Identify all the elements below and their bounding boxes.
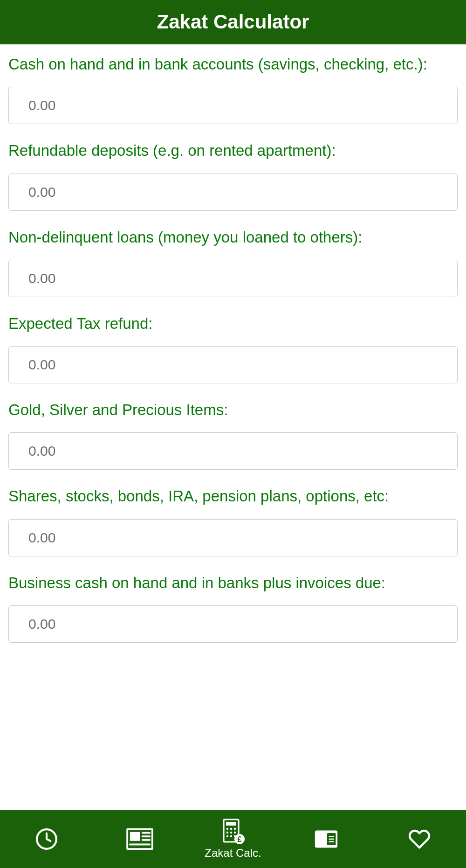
svg-point-15 (226, 835, 228, 837)
clock-icon (35, 827, 58, 851)
nav-item-book[interactable] (280, 810, 373, 868)
field-refundable-deposits: Refundable deposits (e.g. on rented apar… (8, 141, 458, 210)
svg-point-13 (230, 832, 232, 833)
label-cash: Cash on hand and in bank accounts (savin… (8, 55, 458, 74)
svg-rect-2 (130, 832, 140, 841)
bottom-nav: £ Zakat Calc. (0, 810, 466, 868)
label-refundable-deposits: Refundable deposits (e.g. on rented apar… (8, 141, 458, 160)
svg-point-12 (226, 832, 228, 833)
input-refundable-deposits[interactable] (8, 174, 458, 211)
label-tax-refund: Expected Tax refund: (8, 314, 458, 333)
label-gold-silver: Gold, Silver and Precious Items: (8, 400, 458, 419)
form-content: Cash on hand and in bank accounts (savin… (0, 45, 466, 643)
nav-item-news[interactable] (93, 810, 186, 868)
calculator-icon: £ (220, 819, 246, 845)
input-shares[interactable] (8, 519, 458, 556)
label-loans: Non-delinquent loans (money you loaned t… (8, 228, 458, 247)
field-gold-silver: Gold, Silver and Precious Items: (8, 400, 458, 470)
app-header: Zakat Calculator (0, 0, 466, 45)
nav-item-clock[interactable] (0, 810, 93, 868)
svg-point-14 (234, 832, 236, 833)
field-business-cash: Business cash on hand and in banks plus … (8, 573, 458, 643)
svg-point-16 (230, 835, 232, 837)
svg-point-11 (234, 828, 236, 830)
svg-text:£: £ (238, 835, 242, 843)
label-business-cash: Business cash on hand and in banks plus … (8, 573, 458, 592)
book-icon (314, 829, 338, 849)
page-title: Zakat Calculator (157, 11, 309, 33)
input-tax-refund[interactable] (8, 346, 458, 383)
heart-icon (407, 828, 432, 850)
news-icon (126, 828, 153, 850)
svg-point-9 (226, 828, 228, 830)
nav-item-heart[interactable] (373, 810, 466, 868)
label-shares: Shares, stocks, bonds, IRA, pension plan… (8, 486, 458, 506)
input-loans[interactable] (8, 260, 458, 297)
input-gold-silver[interactable] (8, 432, 458, 470)
field-loans: Non-delinquent loans (money you loaned t… (8, 228, 458, 297)
input-business-cash[interactable] (8, 605, 458, 643)
field-tax-refund: Expected Tax refund: (8, 314, 458, 383)
nav-item-zakat-calc[interactable]: £ Zakat Calc. (186, 810, 280, 868)
field-shares: Shares, stocks, bonds, IRA, pension plan… (8, 486, 458, 556)
input-cash[interactable] (8, 87, 458, 124)
nav-label-zakat-calc: Zakat Calc. (205, 847, 261, 860)
svg-point-10 (230, 828, 232, 830)
field-cash: Cash on hand and in bank accounts (savin… (8, 55, 458, 124)
svg-rect-8 (226, 822, 236, 826)
